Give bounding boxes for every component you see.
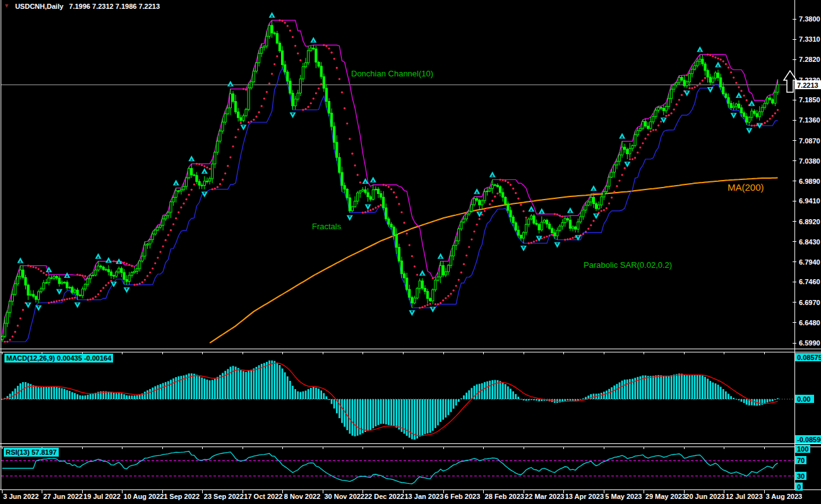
macd-bar [619,382,621,399]
sar-dot [688,87,690,89]
macd-indicator-label[interactable]: MACD(12,26,9) 0.00435 -0.00164 [4,354,113,363]
rsi-axis[interactable]: 10070300 [795,445,810,491]
sar-dot [637,152,638,153]
macd-bar [390,399,392,426]
candle-body [4,323,6,337]
macd-bar [144,392,146,399]
sar-dot [131,265,133,267]
sar-dot [349,138,351,140]
sar-dot [507,181,509,183]
sar-dot [777,109,779,111]
sar-dot [390,188,392,190]
sar-dot [486,207,488,209]
sar-dot [144,279,146,280]
sar-dot [198,163,200,165]
sar-dot [455,285,457,287]
macd-bar [48,387,50,399]
macd-bar [570,399,572,400]
candle-body [144,245,146,256]
macd-bar [196,375,198,399]
macd-bar [697,375,698,399]
candle-body [561,223,563,227]
macd-bar [349,399,351,434]
sar-dot [375,207,376,208]
symbol-dropdown-icon[interactable]: ▼ [4,3,9,9]
sar-dot [139,283,141,285]
macd-bar [160,384,162,399]
macd-signal-line [3,363,778,436]
candle-body [367,193,369,197]
sar-dot [743,95,745,97]
sar-dot [572,237,573,239]
candle-body [25,277,27,285]
macd-bar [64,389,66,399]
candle-body [575,227,577,229]
donchian-upper-line [3,20,778,334]
sar-dot [95,296,97,297]
sar-dot [388,186,390,188]
sar-dot [43,272,45,274]
candle-body [266,36,268,46]
candle-body [32,294,34,296]
candle-body [512,217,514,223]
price-axis[interactable]: 7.38007.33107.28207.23307.18507.13607.08… [784,15,821,347]
sar-dot [369,209,371,211]
sar-dot [530,242,532,244]
macd-bar [515,394,517,399]
macd-bar [219,375,221,399]
date-label: 27 Jun 2022 [44,493,83,500]
sar-dot [621,174,623,176]
sar-dot [102,287,104,289]
macd-bar [707,379,709,399]
macd-bar [22,382,24,399]
candle-body [409,289,410,297]
sar-dot [193,184,195,186]
sar-dot [774,112,776,114]
candle-body [613,165,615,172]
candle-body [302,67,304,79]
rsi-axis-label: 30 [797,472,805,480]
sar-dot [302,109,304,111]
candle-body [445,272,446,275]
symbol-period-label: USDCNH,Daily [15,3,63,10]
candle-body [688,74,690,82]
macd-bar [261,364,263,399]
macd-bar [528,399,530,400]
sar-dot [642,142,644,144]
sar-dot [377,205,379,207]
candle-body [201,185,203,186]
macd-bar [774,399,776,400]
macd-bar [772,399,774,401]
candle-body [227,108,229,114]
sar-dot [92,297,94,299]
macd-bar [297,392,299,399]
candle-body [740,108,742,113]
candle-body [639,128,641,131]
macd-bar [510,389,512,400]
sar-dot [414,265,416,267]
sar-dot [421,306,423,308]
candle-body [502,193,504,197]
rsi-indicator-label[interactable]: RSI(13) 57.8197 [4,448,59,457]
sar-dot [180,207,182,208]
macd-bar [660,375,662,399]
sar-dot [79,274,81,276]
macd-bar [647,376,649,399]
candle-body [676,83,678,85]
sar-dot [707,54,709,56]
sar-dot [159,251,161,253]
sar-dot [100,290,102,292]
candle-body [276,33,278,43]
candle-body [538,224,540,230]
macd-bar [460,399,462,399]
macd-bar [580,399,582,400]
date-label: 12 Jul 2023 [726,493,763,500]
macd-axis[interactable]: 0.085750.00-0.08596 [795,353,821,443]
macd-bar [395,399,397,428]
sar-dot [35,267,37,268]
sar-dot [310,102,312,104]
candle-body [406,278,408,289]
sar-dot [699,83,701,85]
macd-bar [165,382,167,399]
sar-dot [206,167,208,169]
